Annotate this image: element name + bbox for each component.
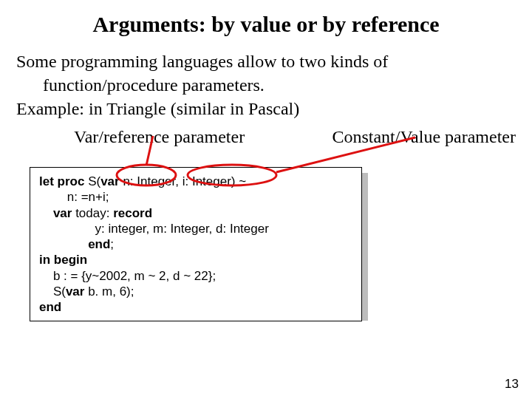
kw-let-proc: let proc: [39, 174, 88, 188]
text: function/procedure parameters.: [16, 74, 516, 96]
body-text: Some programming languages allow to two …: [16, 50, 516, 120]
code-line: y: integer, m: Integer, d: Integer: [39, 221, 352, 236]
code-box: let proc S(var n: Integer, i: Integer) ~…: [30, 167, 362, 321]
code-line: b : = {y~2002, m ~ 2, d ~ 22};: [39, 268, 352, 284]
text: n: Integer, i: Integer) ~: [123, 174, 246, 188]
kw-var: var: [100, 174, 123, 188]
text: S(: [39, 284, 66, 299]
annotation-labels: Var/reference parameter Constant/Value p…: [16, 127, 516, 157]
text: today:: [75, 206, 113, 220]
label-constant-value: Constant/Value parameter: [332, 127, 516, 147]
slide: Arguments: by value or by reference Some…: [0, 0, 532, 399]
text: [39, 237, 88, 251]
page-number: 13: [505, 377, 519, 392]
code-line: in begin: [39, 252, 352, 267]
kw-end: end: [88, 237, 110, 251]
code-line: end;: [39, 236, 352, 252]
code-line: n: =n+i;: [39, 189, 352, 205]
slide-title: Arguments: by value or by reference: [16, 12, 516, 37]
code-line: S(var b. m, 6);: [39, 284, 352, 299]
code-box-wrap: let proc S(var n: Integer, i: Integer) ~…: [16, 167, 516, 321]
text: b. m, 6);: [88, 284, 134, 299]
code-line: end: [39, 299, 352, 315]
kw-var: var: [66, 284, 88, 299]
code-line: var today: record: [39, 205, 352, 221]
kw-var: var: [39, 206, 75, 220]
text: Example: in Triangle (similar in Pascal): [16, 99, 299, 118]
text: Some programming languages allow to two …: [16, 52, 388, 71]
paragraph-line: function/procedure parameters.: [16, 74, 516, 96]
label-var-reference: Var/reference parameter: [74, 127, 245, 147]
paragraph-line: Example: in Triangle (similar in Pascal): [16, 98, 516, 120]
text: ;: [110, 237, 114, 251]
text: S(: [88, 174, 100, 188]
paragraph-line: Some programming languages allow to two …: [16, 50, 516, 72]
kw-record: record: [113, 206, 152, 220]
code-line: let proc S(var n: Integer, i: Integer) ~: [39, 174, 352, 189]
